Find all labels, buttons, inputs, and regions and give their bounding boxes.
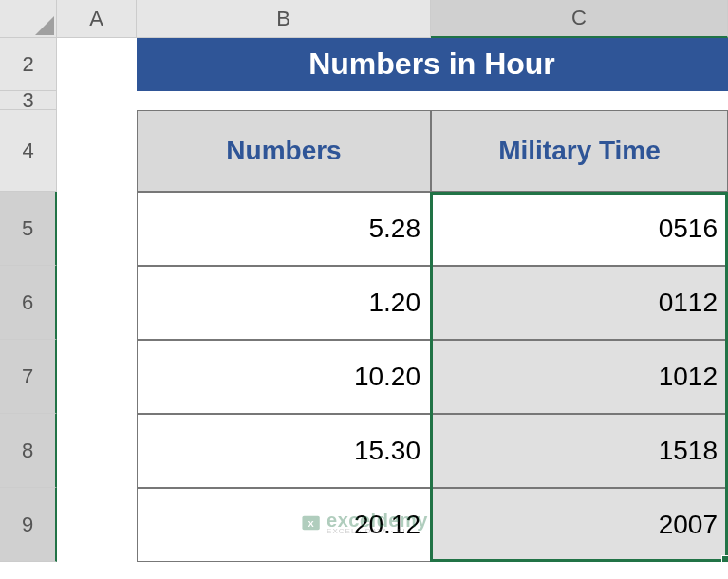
row-header-3[interactable]: 3 [0,91,57,110]
watermark-sub: EXCEL · DATA · BI [327,528,428,535]
cell-a9[interactable] [57,488,137,562]
select-all-corner[interactable] [0,0,57,38]
cell-a8[interactable] [57,414,137,488]
watermark: X exceldemy EXCEL · DATA · BI [300,511,428,535]
excel-icon: X [300,513,321,533]
cell-numbers-8[interactable]: 15.30 [137,414,431,488]
row-header-7[interactable]: 7 [0,340,57,414]
row-header-2[interactable]: 2 [0,38,57,91]
cell-a7[interactable] [57,340,137,414]
cell-a2[interactable] [57,38,137,91]
svg-text:X: X [308,519,314,529]
spreadsheet-grid: A B C 2 3 4 5 6 7 8 9 Numbers in Hour Nu… [0,0,728,562]
cell-numbers-5[interactable]: 5.28 [137,192,431,266]
cell-military-8[interactable]: 1518 [431,414,728,488]
row-header-5[interactable]: 5 [0,192,57,266]
cell-military-5[interactable]: 0516 [431,192,728,266]
watermark-text-wrap: exceldemy EXCEL · DATA · BI [327,511,428,535]
merged-title-cell[interactable]: Numbers in Hour [137,38,728,91]
cell-c3[interactable] [431,91,728,110]
cell-b3[interactable] [137,91,431,110]
row-header-8[interactable]: 8 [0,414,57,488]
cell-military-7[interactable]: 1012 [431,340,728,414]
column-header-b[interactable]: B [137,0,431,38]
column-header-c[interactable]: C [431,0,728,38]
row-header-4[interactable]: 4 [0,110,57,192]
cell-military-9[interactable]: 2007 [431,488,728,562]
column-header-a[interactable]: A [57,0,137,38]
header-military[interactable]: Military Time [431,110,728,192]
cell-military-6[interactable]: 0112 [431,266,728,340]
cell-numbers-7[interactable]: 10.20 [137,340,431,414]
cell-a3[interactable] [57,91,137,110]
cell-a4[interactable] [57,110,137,192]
cell-numbers-6[interactable]: 1.20 [137,266,431,340]
header-numbers[interactable]: Numbers [137,110,431,192]
row-header-9[interactable]: 9 [0,488,57,562]
cell-a6[interactable] [57,266,137,340]
row-header-6[interactable]: 6 [0,266,57,340]
cell-a5[interactable] [57,192,137,266]
